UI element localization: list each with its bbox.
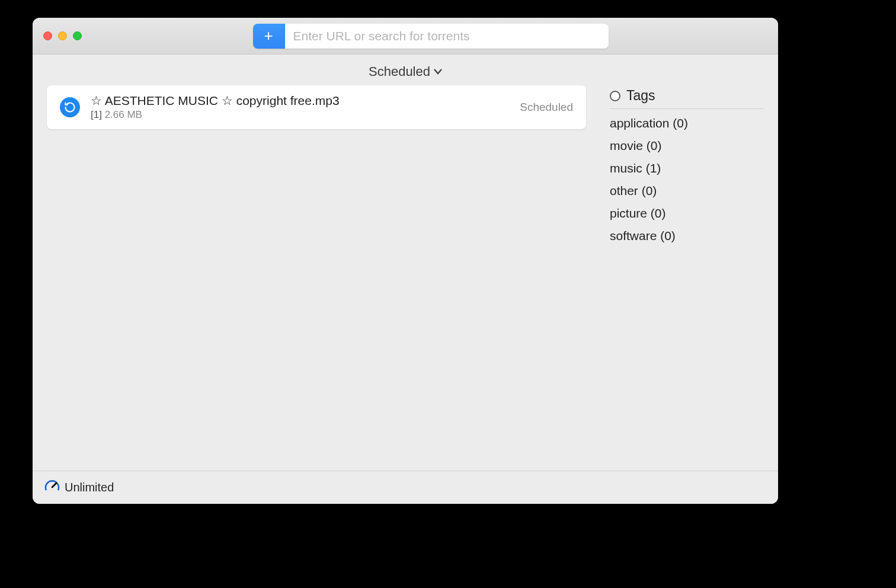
content-area: ☆ AESTHETIC MUSIC ☆ copyright free.mp3 [… <box>33 85 778 471</box>
close-window-button[interactable] <box>43 31 52 40</box>
tag-music[interactable]: music (1) <box>610 161 764 175</box>
search-input[interactable] <box>285 24 609 49</box>
add-button[interactable]: + <box>253 24 285 49</box>
download-item-size: 2.66 MB <box>105 109 142 120</box>
status-bar: Unlimited <box>33 471 778 504</box>
tag-other[interactable]: other (0) <box>610 184 764 198</box>
speed-label: Unlimited <box>65 481 114 494</box>
speedometer-icon[interactable] <box>44 478 60 497</box>
zoom-window-button[interactable] <box>73 31 82 40</box>
window-controls <box>43 31 82 40</box>
tags-radio-icon <box>610 91 620 101</box>
scheduled-icon <box>60 97 80 117</box>
download-item[interactable]: ☆ AESTHETIC MUSIC ☆ copyright free.mp3 [… <box>47 85 586 129</box>
tags-header[interactable]: Tags <box>610 88 764 109</box>
tag-movie[interactable]: movie (0) <box>610 139 764 153</box>
download-item-subtitle: [1] 2.66 MB <box>91 109 509 121</box>
chevron-down-icon <box>434 67 442 76</box>
svg-line-0 <box>52 483 56 487</box>
search-group: + <box>253 24 609 49</box>
download-item-body: ☆ AESTHETIC MUSIC ☆ copyright free.mp3 [… <box>91 94 509 121</box>
plus-icon: + <box>264 27 273 45</box>
filter-label: Scheduled <box>369 64 430 79</box>
app-window: + Scheduled <box>33 18 778 504</box>
filter-dropdown[interactable]: Scheduled <box>33 55 778 85</box>
downloads-list: ☆ AESTHETIC MUSIC ☆ copyright free.mp3 [… <box>47 85 586 471</box>
tags-sidebar: Tags application (0) movie (0) music (1)… <box>610 85 764 471</box>
tags-list: application (0) movie (0) music (1) othe… <box>610 116 764 243</box>
tag-picture[interactable]: picture (0) <box>610 206 764 220</box>
minimize-window-button[interactable] <box>58 31 67 40</box>
download-item-title: ☆ AESTHETIC MUSIC ☆ copyright free.mp3 <box>91 94 509 108</box>
titlebar: + <box>33 18 778 55</box>
download-item-status: Scheduled <box>520 101 573 114</box>
tag-software[interactable]: software (0) <box>610 229 764 243</box>
toolbar-center: + <box>94 24 767 49</box>
window-body: Scheduled ☆ AESTHETIC MUSIC ☆ copyright … <box>33 55 778 504</box>
download-item-index: [1] <box>91 109 102 120</box>
tag-application[interactable]: application (0) <box>610 116 764 130</box>
tags-header-label: Tags <box>626 88 655 104</box>
